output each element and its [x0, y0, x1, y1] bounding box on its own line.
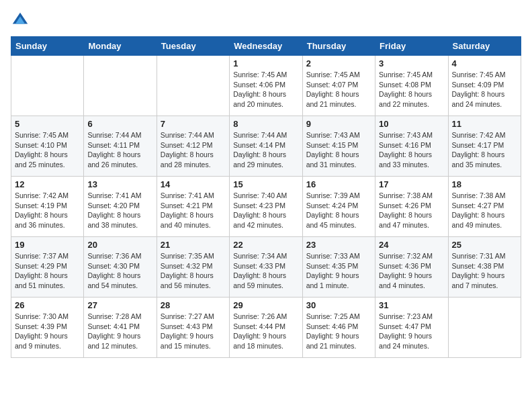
calendar-week-row: 26Sunrise: 7:30 AM Sunset: 4:39 PM Dayli…	[11, 298, 521, 358]
day-info: Sunrise: 7:45 AM Sunset: 4:06 PM Dayligh…	[233, 70, 298, 109]
calendar-day-15: 15Sunrise: 7:40 AM Sunset: 4:23 PM Dayli…	[230, 177, 302, 237]
calendar-day-14: 14Sunrise: 7:41 AM Sunset: 4:21 PM Dayli…	[157, 177, 229, 237]
day-info: Sunrise: 7:38 AM Sunset: 4:26 PM Dayligh…	[379, 191, 444, 230]
calendar-empty-cell	[157, 56, 229, 116]
day-info: Sunrise: 7:45 AM Sunset: 4:10 PM Dayligh…	[15, 130, 80, 170]
calendar-day-20: 20Sunrise: 7:36 AM Sunset: 4:30 PM Dayli…	[84, 237, 157, 298]
page-header	[11, 11, 521, 30]
day-info: Sunrise: 7:26 AM Sunset: 4:44 PM Dayligh…	[233, 312, 298, 351]
calendar-day-24: 24Sunrise: 7:32 AM Sunset: 4:36 PM Dayli…	[375, 237, 448, 298]
day-info: Sunrise: 7:28 AM Sunset: 4:41 PM Dayligh…	[87, 312, 152, 351]
logo-icon	[11, 11, 30, 30]
calendar-day-5: 5Sunrise: 7:45 AM Sunset: 4:10 PM Daylig…	[11, 116, 84, 177]
calendar-header-row: SundayMondayTuesdayWednesdayThursdayFrid…	[11, 37, 521, 56]
day-number: 27	[87, 300, 152, 310]
day-info: Sunrise: 7:43 AM Sunset: 4:15 PM Dayligh…	[306, 130, 371, 170]
calendar-day-27: 27Sunrise: 7:28 AM Sunset: 4:41 PM Dayli…	[84, 298, 157, 358]
day-info: Sunrise: 7:33 AM Sunset: 4:35 PM Dayligh…	[306, 251, 371, 291]
calendar-week-row: 5Sunrise: 7:45 AM Sunset: 4:10 PM Daylig…	[11, 116, 521, 177]
calendar-day-2: 2Sunrise: 7:45 AM Sunset: 4:07 PM Daylig…	[302, 56, 375, 116]
day-number: 3	[379, 58, 444, 68]
calendar-header-friday: Friday	[375, 37, 448, 56]
day-info: Sunrise: 7:44 AM Sunset: 4:14 PM Dayligh…	[233, 130, 298, 170]
day-number: 11	[452, 119, 517, 129]
day-info: Sunrise: 7:25 AM Sunset: 4:46 PM Dayligh…	[306, 312, 371, 351]
day-number: 31	[379, 300, 444, 310]
logo	[11, 11, 32, 30]
calendar-day-12: 12Sunrise: 7:42 AM Sunset: 4:19 PM Dayli…	[11, 177, 84, 237]
calendar-empty-cell	[11, 56, 84, 116]
calendar-day-26: 26Sunrise: 7:30 AM Sunset: 4:39 PM Dayli…	[11, 298, 84, 358]
day-number: 28	[161, 300, 226, 310]
calendar-header-wednesday: Wednesday	[230, 37, 302, 56]
calendar-day-9: 9Sunrise: 7:43 AM Sunset: 4:15 PM Daylig…	[302, 116, 375, 177]
calendar-day-21: 21Sunrise: 7:35 AM Sunset: 4:32 PM Dayli…	[157, 237, 229, 298]
calendar-day-17: 17Sunrise: 7:38 AM Sunset: 4:26 PM Dayli…	[375, 177, 448, 237]
calendar-day-25: 25Sunrise: 7:31 AM Sunset: 4:38 PM Dayli…	[448, 237, 521, 298]
day-number: 14	[161, 179, 226, 189]
day-number: 15	[233, 179, 298, 189]
day-info: Sunrise: 7:32 AM Sunset: 4:36 PM Dayligh…	[379, 251, 444, 291]
day-number: 17	[379, 179, 444, 189]
calendar-day-18: 18Sunrise: 7:38 AM Sunset: 4:27 PM Dayli…	[448, 177, 521, 237]
day-info: Sunrise: 7:34 AM Sunset: 4:33 PM Dayligh…	[233, 251, 298, 291]
day-number: 7	[161, 119, 226, 129]
day-number: 20	[87, 240, 152, 250]
calendar-day-22: 22Sunrise: 7:34 AM Sunset: 4:33 PM Dayli…	[230, 237, 302, 298]
day-info: Sunrise: 7:36 AM Sunset: 4:30 PM Dayligh…	[87, 251, 152, 291]
day-info: Sunrise: 7:42 AM Sunset: 4:19 PM Dayligh…	[15, 191, 80, 230]
day-info: Sunrise: 7:30 AM Sunset: 4:39 PM Dayligh…	[15, 312, 80, 351]
calendar-week-row: 12Sunrise: 7:42 AM Sunset: 4:19 PM Dayli…	[11, 177, 521, 237]
day-number: 2	[306, 58, 371, 68]
calendar-day-1: 1Sunrise: 7:45 AM Sunset: 4:06 PM Daylig…	[230, 56, 302, 116]
day-number: 13	[87, 179, 152, 189]
calendar-table: SundayMondayTuesdayWednesdayThursdayFrid…	[11, 36, 521, 358]
calendar-day-11: 11Sunrise: 7:42 AM Sunset: 4:17 PM Dayli…	[448, 116, 521, 177]
day-number: 23	[306, 240, 371, 250]
calendar-day-19: 19Sunrise: 7:37 AM Sunset: 4:29 PM Dayli…	[11, 237, 84, 298]
calendar-header-saturday: Saturday	[448, 37, 521, 56]
calendar-week-row: 19Sunrise: 7:37 AM Sunset: 4:29 PM Dayli…	[11, 237, 521, 298]
calendar-week-row: 1Sunrise: 7:45 AM Sunset: 4:06 PM Daylig…	[11, 56, 521, 116]
day-number: 8	[233, 119, 298, 129]
calendar-day-16: 16Sunrise: 7:39 AM Sunset: 4:24 PM Dayli…	[302, 177, 375, 237]
day-number: 6	[87, 119, 152, 129]
day-number: 9	[306, 119, 371, 129]
day-number: 1	[233, 58, 298, 68]
day-number: 5	[15, 119, 80, 129]
day-number: 4	[452, 58, 517, 68]
calendar-empty-cell	[448, 298, 521, 358]
day-info: Sunrise: 7:45 AM Sunset: 4:09 PM Dayligh…	[452, 70, 517, 109]
day-number: 12	[15, 179, 80, 189]
calendar-empty-cell	[84, 56, 157, 116]
day-number: 30	[306, 300, 371, 310]
day-number: 24	[379, 240, 444, 250]
day-info: Sunrise: 7:37 AM Sunset: 4:29 PM Dayligh…	[15, 251, 80, 291]
calendar-day-7: 7Sunrise: 7:44 AM Sunset: 4:12 PM Daylig…	[157, 116, 229, 177]
day-info: Sunrise: 7:31 AM Sunset: 4:38 PM Dayligh…	[452, 251, 517, 291]
calendar-day-23: 23Sunrise: 7:33 AM Sunset: 4:35 PM Dayli…	[302, 237, 375, 298]
calendar-day-29: 29Sunrise: 7:26 AM Sunset: 4:44 PM Dayli…	[230, 298, 302, 358]
day-number: 26	[15, 300, 80, 310]
day-number: 25	[452, 240, 517, 250]
calendar-day-30: 30Sunrise: 7:25 AM Sunset: 4:46 PM Dayli…	[302, 298, 375, 358]
day-number: 21	[161, 240, 226, 250]
calendar-day-31: 31Sunrise: 7:23 AM Sunset: 4:47 PM Dayli…	[375, 298, 448, 358]
calendar-day-10: 10Sunrise: 7:43 AM Sunset: 4:16 PM Dayli…	[375, 116, 448, 177]
day-info: Sunrise: 7:35 AM Sunset: 4:32 PM Dayligh…	[161, 251, 226, 291]
calendar-day-28: 28Sunrise: 7:27 AM Sunset: 4:43 PM Dayli…	[157, 298, 229, 358]
calendar-header-thursday: Thursday	[302, 37, 375, 56]
calendar-day-4: 4Sunrise: 7:45 AM Sunset: 4:09 PM Daylig…	[448, 56, 521, 116]
day-number: 19	[15, 240, 80, 250]
day-info: Sunrise: 7:23 AM Sunset: 4:47 PM Dayligh…	[379, 312, 444, 351]
day-info: Sunrise: 7:43 AM Sunset: 4:16 PM Dayligh…	[379, 130, 444, 170]
calendar-day-3: 3Sunrise: 7:45 AM Sunset: 4:08 PM Daylig…	[375, 56, 448, 116]
calendar-day-8: 8Sunrise: 7:44 AM Sunset: 4:14 PM Daylig…	[230, 116, 302, 177]
calendar-header-tuesday: Tuesday	[157, 37, 229, 56]
day-info: Sunrise: 7:45 AM Sunset: 4:07 PM Dayligh…	[306, 70, 371, 109]
day-info: Sunrise: 7:45 AM Sunset: 4:08 PM Dayligh…	[379, 70, 444, 109]
day-info: Sunrise: 7:41 AM Sunset: 4:20 PM Dayligh…	[87, 191, 152, 230]
day-number: 29	[233, 300, 298, 310]
calendar-header-sunday: Sunday	[11, 37, 84, 56]
day-info: Sunrise: 7:38 AM Sunset: 4:27 PM Dayligh…	[452, 191, 517, 230]
